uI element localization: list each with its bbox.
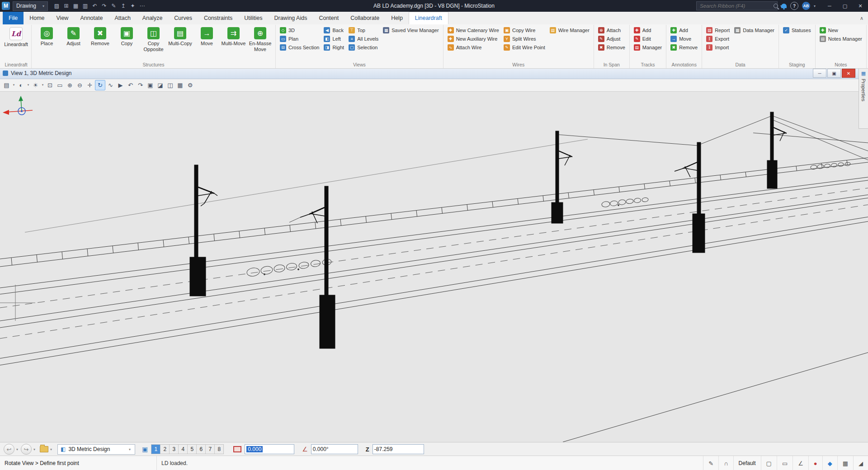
notes-manager-button[interactable]: ▤Notes Manager [818, 34, 864, 43]
tab-home[interactable]: Home [24, 12, 50, 24]
view-toggle-4[interactable]: 4 [178, 445, 187, 454]
next-model-dropdown-icon[interactable]: ▾ [33, 447, 35, 451]
split-wires-button[interactable]: YSplit Wires [502, 34, 547, 43]
en-masse-move-button[interactable]: ⊕En-Masse Move [247, 26, 273, 52]
view-settings-icon[interactable]: ⚙ [185, 80, 195, 90]
selection-set-icon[interactable]: ▢ [761, 456, 777, 470]
left-button[interactable]: ◧Left [322, 34, 346, 43]
back-button[interactable]: ◀Back [322, 26, 346, 34]
view-next-icon[interactable]: ↷ [136, 80, 145, 90]
tab-file[interactable]: File [3, 12, 24, 24]
selection-button[interactable]: ▢Selection [347, 43, 380, 52]
view-toggle-5[interactable]: 5 [187, 445, 196, 454]
adjust-brightness-dropdown-icon[interactable]: ▾ [41, 83, 45, 87]
drawing-canvas[interactable] [0, 91, 868, 442]
notifications-bell-icon[interactable] [781, 4, 787, 8]
x-coordinate-field[interactable]: 0.000 [245, 444, 294, 454]
angle-field[interactable]: 0.000° [311, 444, 358, 454]
3d-button[interactable]: ◇3D [278, 26, 321, 34]
model-selector-dropdown[interactable]: ◧ 3D Metric Design ▾ [57, 444, 135, 455]
adjust-brightness-icon[interactable]: ☀ [31, 80, 40, 90]
redo-icon[interactable]: ↷ [100, 2, 108, 10]
add-button[interactable]: ✚Add [669, 26, 699, 34]
tab-curves[interactable]: Curves [168, 12, 198, 24]
view-group-folder-icon[interactable] [40, 446, 48, 452]
close-button[interactable]: ✕ [853, 0, 868, 12]
view-toggle-7[interactable]: 7 [205, 445, 214, 454]
auto-save-icon[interactable]: ● [808, 456, 822, 470]
window-area-icon[interactable]: ▭ [55, 80, 65, 90]
workflow-selector[interactable]: Drawing ▾ [13, 1, 48, 11]
zoom-out-icon[interactable]: ⊖ [75, 80, 85, 90]
multi-move-button[interactable]: ⇉Multi-Move [221, 26, 246, 47]
tab-lineardraft[interactable]: Lineardraft [409, 12, 448, 24]
fence-mode-icon[interactable]: ▭ [777, 456, 793, 470]
cross-section-button[interactable]: ⊟Cross Section [278, 43, 321, 52]
saved-views-icon[interactable]: ▦ [175, 80, 185, 90]
adjust-button[interactable]: ✎Adjust [596, 34, 627, 43]
tab-collaborate[interactable]: Collaborate [344, 12, 385, 24]
copy-opposite-button[interactable]: ◫Copy Opposite [141, 26, 166, 52]
display-style-icon[interactable]: ◐ [16, 80, 26, 90]
view-toggle-3[interactable]: 3 [169, 445, 178, 454]
accusnap-icon[interactable]: ✎ [703, 456, 718, 470]
zoom-in-icon[interactable]: ⊕ [65, 80, 75, 90]
data-manager-button[interactable]: ▦Data Manager [732, 26, 776, 34]
connect-status-icon[interactable]: ◆ [822, 456, 837, 470]
view-toggle-6[interactable]: 6 [196, 445, 205, 454]
new-auxiliary-wire-button[interactable]: ✚New Auxiliary Wire [446, 34, 501, 43]
minimize-button[interactable]: ─ [822, 0, 837, 12]
copy-view-icon[interactable]: ▣ [146, 80, 155, 90]
properties-panel-tab[interactable]: ▦ Properties [859, 68, 868, 129]
wire-manager-button[interactable]: ▤Wire Manager [548, 26, 591, 34]
tab-drawing-aids[interactable]: Drawing Aids [268, 12, 313, 24]
edit-wire-point-button[interactable]: ✎Edit Wire Point [502, 43, 547, 52]
annotation-scale-icon[interactable]: ∠ [793, 456, 808, 470]
plan-button[interactable]: ▭Plan [278, 34, 321, 43]
ribbon-search-input[interactable] [699, 3, 771, 9]
locks-icon[interactable]: ∩ [718, 456, 733, 470]
all-levels-button[interactable]: ≡All Levels [347, 34, 380, 43]
tab-view[interactable]: View [51, 12, 75, 24]
view-group-dropdown-icon[interactable]: ▾ [50, 447, 52, 451]
tab-attach[interactable]: Attach [108, 12, 136, 24]
saved-view-manager-button[interactable]: ▦Saved View Manager [381, 26, 440, 34]
view-restore-button[interactable]: ▣ [827, 69, 841, 78]
export-icon[interactable]: ↥ [119, 2, 127, 10]
move-button[interactable]: →Move [194, 26, 220, 47]
clip-mask-icon[interactable]: ◫ [165, 80, 175, 90]
lineardraft-button[interactable]: LdLineardraft [3, 26, 29, 47]
view-attributes-dropdown-icon[interactable]: ▾ [12, 83, 16, 87]
account-dropdown-icon[interactable]: ▾ [814, 4, 816, 8]
statuses-button[interactable]: ✓Statuses [781, 26, 813, 34]
move-button[interactable]: →Move [669, 34, 699, 43]
pen-settings-icon[interactable]: ✎ [109, 2, 118, 10]
view-close-button[interactable]: ✕ [842, 69, 855, 78]
save-settings-icon[interactable]: ▦ [71, 2, 80, 10]
tab-constraints[interactable]: Constraints [198, 12, 238, 24]
help-icon[interactable]: ? [790, 2, 798, 10]
previous-model-dropdown-icon[interactable]: ▾ [16, 447, 18, 451]
view-window-titlebar[interactable]: View 1, 3D Metric Design ─ ▣ ✕ [0, 68, 868, 79]
view-attributes-icon[interactable]: ▤ [2, 80, 11, 90]
grid-lock-icon[interactable]: ▦ [837, 456, 853, 470]
tools-icon[interactable]: ✦ [128, 2, 137, 10]
edit-button[interactable]: ✎Edit [632, 34, 664, 43]
active-level-label[interactable]: Default [733, 456, 761, 470]
tab-annotate[interactable]: Annotate [74, 12, 108, 24]
user-avatar[interactable]: AB [802, 2, 810, 10]
resize-grip-icon[interactable]: ◢ [853, 456, 868, 470]
copy-button[interactable]: ▣Copy [114, 26, 140, 47]
copy-wire-button[interactable]: ▣Copy Wire [502, 26, 547, 34]
remove-button[interactable]: ✖Remove [669, 43, 699, 52]
previous-model-button[interactable]: ↩ [4, 444, 14, 455]
tab-analyze[interactable]: Analyze [137, 12, 168, 24]
z-coordinate-field[interactable]: -87.259 [373, 444, 424, 454]
tab-content[interactable]: Content [313, 12, 344, 24]
walk-icon[interactable]: ∿ [106, 80, 115, 90]
view-minimize-button[interactable]: ─ [813, 69, 826, 78]
display-style-dropdown-icon[interactable]: ▾ [26, 83, 30, 87]
fit-view-icon[interactable]: ⊡ [45, 80, 55, 90]
adjust-button[interactable]: ✎Adjust [61, 26, 86, 47]
view-toggle-2[interactable]: 2 [160, 445, 169, 454]
